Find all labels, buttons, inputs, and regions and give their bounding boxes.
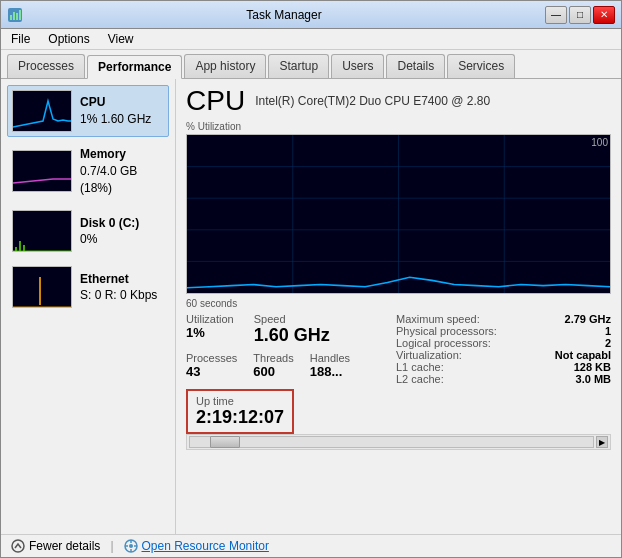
- handles-value: 188...: [310, 364, 350, 379]
- app-icon: [7, 7, 23, 23]
- tab-services[interactable]: Services: [447, 54, 515, 78]
- handles-label: Handles: [310, 352, 350, 364]
- disk-detail: 0%: [80, 231, 139, 248]
- sidebar-item-ethernet[interactable]: Ethernet S: 0 R: 0 Kbps: [7, 261, 169, 313]
- memory-name: Memory: [80, 146, 164, 163]
- ethernet-name: Ethernet: [80, 271, 157, 288]
- ethernet-detail: S: 0 R: 0 Kbps: [80, 287, 157, 304]
- svg-rect-6: [13, 151, 72, 192]
- svg-rect-11: [13, 267, 72, 308]
- disk-name: Disk 0 (C:): [80, 215, 139, 232]
- physical-row: Physical processors: 1: [396, 325, 611, 337]
- svg-rect-3: [16, 13, 18, 20]
- processes-value: 43: [186, 364, 237, 379]
- max-speed-value: 2.79 GHz: [565, 313, 611, 325]
- svg-rect-2: [13, 12, 15, 20]
- title-bar: Task Manager — □ ✕: [1, 1, 621, 29]
- svg-rect-7: [13, 211, 72, 252]
- svg-rect-8: [15, 247, 17, 251]
- logical-row: Logical processors: 2: [396, 337, 611, 349]
- memory-thumbnail: [12, 150, 72, 192]
- l2-row: L2 cache: 3.0 MB: [396, 373, 611, 385]
- l1-row: L1 cache: 128 KB: [396, 361, 611, 373]
- l1-label: L1 cache:: [396, 361, 444, 373]
- uptime-box: Up time 2:19:12:07: [186, 389, 294, 434]
- horizontal-scrollbar[interactable]: ▶: [186, 434, 611, 450]
- chart-y-label: % Utilization: [186, 121, 611, 132]
- cpu-main-subtitle: Intel(R) Core(TM)2 Duo CPU E7400 @ 2.80: [255, 94, 490, 108]
- content-area: CPU 1% 1.60 GHz Memory 0.7/4.0 GB (18%): [1, 79, 621, 534]
- menu-file[interactable]: File: [7, 31, 34, 47]
- left-stats: Utilization 1% Speed 1.60 GHz Processes …: [186, 313, 386, 434]
- sidebar-item-disk[interactable]: Disk 0 (C:) 0%: [7, 205, 169, 257]
- speed-value: 1.60 GHz: [254, 325, 330, 346]
- virt-value: Not capabl: [555, 349, 611, 361]
- processes-block: Processes 43: [186, 352, 237, 379]
- utilization-value: 1%: [186, 325, 234, 340]
- minimize-button[interactable]: —: [545, 6, 567, 24]
- tab-performance[interactable]: Performance: [87, 55, 182, 79]
- speed-label: Speed: [254, 313, 330, 325]
- svg-point-23: [129, 544, 133, 548]
- max-speed-label: Maximum speed:: [396, 313, 480, 325]
- scrollbar-thumb[interactable]: [210, 436, 240, 448]
- logical-value: 2: [605, 337, 611, 349]
- sidebar-item-cpu[interactable]: CPU 1% 1.60 GHz: [7, 85, 169, 137]
- l2-label: L2 cache:: [396, 373, 444, 385]
- svg-rect-12: [39, 277, 41, 305]
- maximize-button[interactable]: □: [569, 6, 591, 24]
- svg-rect-10: [23, 245, 25, 251]
- cpu-detail: 1% 1.60 GHz: [80, 111, 151, 128]
- sidebar-item-memory[interactable]: Memory 0.7/4.0 GB (18%): [7, 141, 169, 201]
- chart-x-label: 60 seconds: [186, 298, 611, 309]
- tab-bar: Processes Performance App history Startu…: [1, 50, 621, 79]
- l1-value: 128 KB: [574, 361, 611, 373]
- open-resource-monitor-button[interactable]: Open Resource Monitor: [124, 539, 269, 553]
- disk-label: Disk 0 (C:) 0%: [80, 215, 139, 249]
- memory-detail: 0.7/4.0 GB (18%): [80, 163, 164, 197]
- virt-row: Virtualization: Not capabl: [396, 349, 611, 361]
- threads-block: Threads 600: [253, 352, 293, 379]
- right-stats: Maximum speed: 2.79 GHz Physical process…: [396, 313, 611, 434]
- tab-users[interactable]: Users: [331, 54, 384, 78]
- tab-startup[interactable]: Startup: [268, 54, 329, 78]
- stats-section: Utilization 1% Speed 1.60 GHz Processes …: [186, 313, 611, 434]
- open-resource-monitor-label: Open Resource Monitor: [142, 539, 269, 553]
- svg-point-21: [12, 540, 24, 552]
- chart-y-max: 100: [591, 137, 608, 148]
- uptime-label: Up time: [196, 395, 284, 407]
- cpu-label: CPU 1% 1.60 GHz: [80, 94, 151, 128]
- utilization-label: Utilization: [186, 313, 234, 325]
- tab-details[interactable]: Details: [386, 54, 445, 78]
- handles-block: Handles 188...: [310, 352, 350, 379]
- physical-value: 1: [605, 325, 611, 337]
- svg-rect-1: [10, 15, 12, 20]
- svg-rect-9: [19, 241, 21, 251]
- ethernet-label: Ethernet S: 0 R: 0 Kbps: [80, 271, 157, 305]
- menu-view[interactable]: View: [104, 31, 138, 47]
- logical-label: Logical processors:: [396, 337, 491, 349]
- close-button[interactable]: ✕: [593, 6, 615, 24]
- menu-options[interactable]: Options: [44, 31, 93, 47]
- speed-block: Speed 1.60 GHz: [254, 313, 330, 346]
- tab-app-history[interactable]: App history: [184, 54, 266, 78]
- window-title: Task Manager: [23, 8, 545, 22]
- cpu-name: CPU: [80, 94, 151, 111]
- task-manager-window: Task Manager — □ ✕ File Options View Pro…: [0, 0, 622, 558]
- cpu-header: CPU Intel(R) Core(TM)2 Duo CPU E7400 @ 2…: [186, 85, 611, 117]
- chevron-up-icon: [11, 539, 25, 553]
- cpu-chart: 100: [186, 134, 611, 294]
- uptime-value: 2:19:12:07: [196, 407, 284, 428]
- svg-rect-4: [19, 10, 21, 20]
- tab-processes[interactable]: Processes: [7, 54, 85, 78]
- max-speed-row: Maximum speed: 2.79 GHz: [396, 313, 611, 325]
- footer-divider: |: [110, 539, 113, 553]
- disk-thumbnail: [12, 210, 72, 252]
- monitor-icon: [124, 539, 138, 553]
- main-area: CPU Intel(R) Core(TM)2 Duo CPU E7400 @ 2…: [176, 79, 621, 534]
- memory-label: Memory 0.7/4.0 GB (18%): [80, 146, 164, 196]
- threads-label: Threads: [253, 352, 293, 364]
- l2-value: 3.0 MB: [576, 373, 611, 385]
- fewer-details-button[interactable]: Fewer details: [11, 539, 100, 553]
- cpu-thumbnail: [12, 90, 72, 132]
